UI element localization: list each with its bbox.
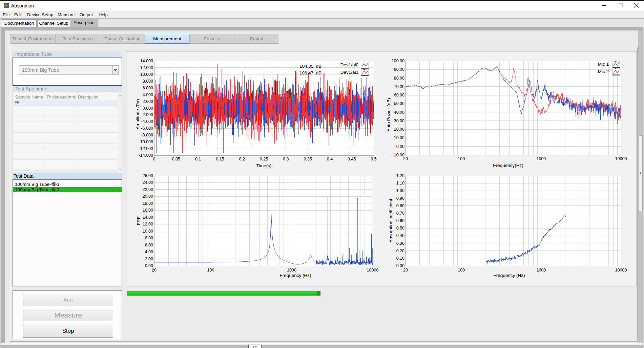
svg-text:0.35: 0.35 bbox=[304, 157, 312, 161]
svg-text:100: 100 bbox=[207, 268, 214, 273]
svg-text:0.000: 0.000 bbox=[143, 106, 153, 111]
svg-text:50.00: 50.00 bbox=[394, 101, 404, 106]
svg-text:100: 100 bbox=[458, 156, 465, 161]
svg-text:-10.000: -10.000 bbox=[139, 139, 153, 144]
svg-text:80.00: 80.00 bbox=[394, 76, 404, 81]
svg-text:-10.00: -10.00 bbox=[393, 153, 404, 157]
svg-text:20: 20 bbox=[152, 268, 157, 273]
svg-text:Dev1/ai1: Dev1/ai1 bbox=[340, 70, 358, 75]
svg-text:0.25: 0.25 bbox=[260, 157, 268, 161]
svg-text:0.3: 0.3 bbox=[283, 157, 289, 161]
svg-text:4.00: 4.00 bbox=[145, 249, 153, 254]
svg-text:70.00: 70.00 bbox=[394, 84, 404, 89]
svg-text:104.35 dB: 104.35 dB bbox=[299, 64, 321, 69]
svg-text:8.000: 8.000 bbox=[143, 79, 153, 84]
svg-text:0.10: 0.10 bbox=[396, 256, 404, 261]
svg-text:10.000: 10.000 bbox=[140, 72, 153, 77]
svg-text:0.4: 0.4 bbox=[327, 157, 333, 161]
svg-text:40.00: 40.00 bbox=[394, 110, 404, 115]
svg-text:Auto Power (dB): Auto Power (dB) bbox=[386, 98, 391, 131]
svg-text:1000: 1000 bbox=[287, 268, 296, 273]
svg-text:0.70: 0.70 bbox=[396, 211, 404, 216]
svg-text:2.000: 2.000 bbox=[143, 99, 153, 104]
svg-text:Mic 2: Mic 2 bbox=[598, 69, 609, 74]
svg-text:-14.000: -14.000 bbox=[139, 153, 153, 158]
svg-text:0.50: 0.50 bbox=[396, 226, 404, 231]
svg-text:12.000: 12.000 bbox=[140, 65, 153, 70]
svg-text:0.90: 0.90 bbox=[396, 196, 404, 201]
svg-text:1.00: 1.00 bbox=[396, 188, 404, 193]
svg-text:0.00: 0.00 bbox=[145, 263, 153, 268]
svg-text:-12.000: -12.000 bbox=[139, 146, 153, 151]
svg-text:Frequency (Hz): Frequency (Hz) bbox=[279, 273, 311, 278]
svg-text:18.00: 18.00 bbox=[143, 201, 153, 206]
svg-text:Amplitude (Pa): Amplitude (Pa) bbox=[135, 99, 140, 129]
svg-text:Dev1/ai0: Dev1/ai0 bbox=[340, 62, 358, 67]
svg-text:-8.000: -8.000 bbox=[141, 133, 153, 137]
svg-text:0.15: 0.15 bbox=[216, 157, 224, 161]
svg-text:-6.000: -6.000 bbox=[141, 126, 153, 131]
svg-text:1.20: 1.20 bbox=[396, 173, 404, 178]
svg-text:20.00: 20.00 bbox=[394, 127, 404, 132]
svg-text:0.05: 0.05 bbox=[172, 157, 180, 161]
svg-text:0.5: 0.5 bbox=[371, 157, 376, 161]
svg-text:10000: 10000 bbox=[615, 156, 627, 161]
svg-text:2.00: 2.00 bbox=[145, 257, 153, 261]
svg-text:FRF: FRF bbox=[136, 216, 141, 225]
svg-text:0.60: 0.60 bbox=[396, 218, 404, 223]
svg-text:Frequency(Hz): Frequency(Hz) bbox=[493, 163, 523, 168]
svg-text:90.00: 90.00 bbox=[394, 67, 404, 72]
svg-text:26.00: 26.00 bbox=[143, 173, 153, 178]
svg-text:6.00: 6.00 bbox=[145, 243, 153, 247]
svg-text:1000: 1000 bbox=[536, 156, 546, 161]
svg-text:10000: 10000 bbox=[367, 268, 379, 273]
svg-text:20: 20 bbox=[403, 156, 408, 161]
svg-text:100.00: 100.00 bbox=[392, 59, 404, 63]
svg-text:Absorption coefficient: Absorption coefficient bbox=[388, 199, 393, 242]
svg-text:60.00: 60.00 bbox=[394, 93, 404, 97]
svg-text:10.00: 10.00 bbox=[143, 229, 153, 234]
svg-text:100: 100 bbox=[458, 268, 465, 273]
svg-text:10000: 10000 bbox=[615, 268, 627, 273]
svg-text:30.00: 30.00 bbox=[394, 118, 404, 123]
svg-text:0.20: 0.20 bbox=[396, 248, 404, 253]
svg-text:Mic 1: Mic 1 bbox=[598, 62, 609, 67]
svg-text:0.00: 0.00 bbox=[396, 263, 404, 268]
svg-text:10.00: 10.00 bbox=[394, 135, 404, 140]
svg-text:Time(s): Time(s) bbox=[256, 163, 271, 168]
svg-text:1000: 1000 bbox=[536, 268, 546, 273]
svg-text:0.2: 0.2 bbox=[239, 157, 245, 161]
svg-text:0.30: 0.30 bbox=[396, 241, 404, 246]
svg-text:22.00: 22.00 bbox=[143, 187, 153, 192]
svg-text:8.00: 8.00 bbox=[145, 236, 153, 240]
svg-text:6.000: 6.000 bbox=[143, 86, 153, 90]
svg-text:0.80: 0.80 bbox=[396, 203, 404, 208]
svg-text:14.000: 14.000 bbox=[140, 59, 153, 63]
svg-text:24.00: 24.00 bbox=[143, 180, 153, 185]
svg-text:-4.000: -4.000 bbox=[141, 119, 153, 124]
svg-text:0.40: 0.40 bbox=[396, 233, 404, 238]
svg-text:12.00: 12.00 bbox=[143, 222, 153, 226]
svg-text:4.000: 4.000 bbox=[143, 92, 153, 97]
svg-text:0: 0 bbox=[153, 157, 155, 161]
svg-text:14.00: 14.00 bbox=[143, 215, 153, 220]
svg-text:0.45: 0.45 bbox=[348, 157, 356, 161]
svg-text:1.10: 1.10 bbox=[396, 181, 404, 186]
svg-text:0.1: 0.1 bbox=[195, 157, 201, 161]
svg-text:16.00: 16.00 bbox=[143, 208, 153, 213]
svg-text:20: 20 bbox=[403, 268, 408, 273]
svg-text:-2.000: -2.000 bbox=[141, 112, 153, 117]
svg-text:106.47 dB: 106.47 dB bbox=[299, 70, 321, 75]
svg-text:Frequency (Hz): Frequency (Hz) bbox=[493, 273, 525, 278]
svg-text:20.00: 20.00 bbox=[143, 194, 153, 199]
svg-text:0.00: 0.00 bbox=[396, 144, 404, 149]
